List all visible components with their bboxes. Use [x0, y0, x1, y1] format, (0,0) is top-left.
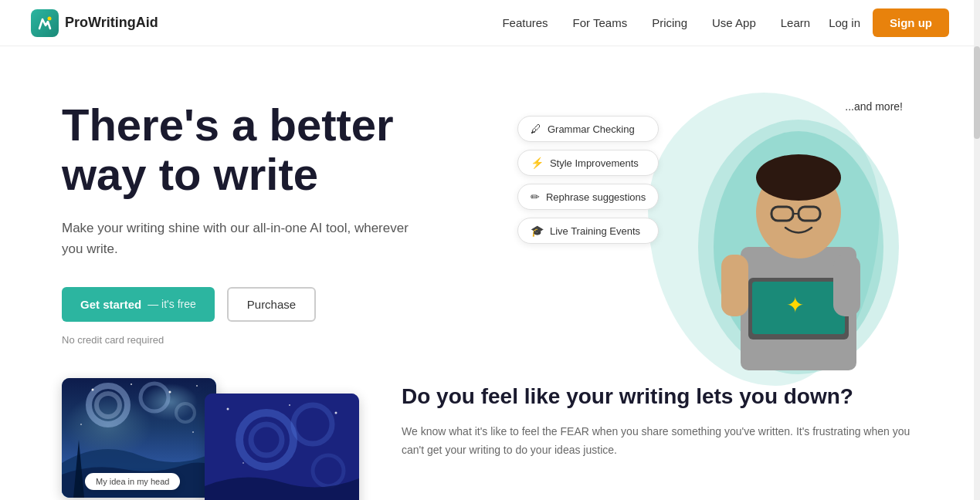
svg-point-0 — [48, 16, 52, 20]
hero-section: There's a better way to write Make your … — [0, 46, 980, 370]
pill-style: ⚡ Style Improvements — [517, 150, 659, 176]
svg-point-30 — [289, 404, 290, 406]
svg-point-17 — [176, 404, 195, 422]
svg-rect-12 — [721, 255, 748, 316]
logo[interactable]: ProWritingAid — [31, 9, 158, 37]
hero-buttons: Get started — it's free Purchase — [62, 287, 533, 322]
training-icon: 🎓 — [531, 225, 544, 237]
pill-training: 🎓 Live Training Events — [517, 218, 659, 244]
svg-point-19 — [131, 383, 132, 385]
logo-icon — [31, 9, 59, 37]
section-body: We know what it's like to feel the FEAR … — [402, 423, 918, 460]
svg-point-22 — [80, 424, 82, 425]
logo-text: ProWritingAid — [65, 15, 158, 31]
no-credit-text: No credit card required — [62, 334, 533, 346]
pill-grammar: 🖊 Grammar Checking — [517, 116, 659, 142]
scrollbar[interactable] — [974, 0, 980, 500]
feature-pills: 🖊 Grammar Checking ⚡ Style Improvements … — [517, 116, 659, 244]
rephrase-icon: ✏ — [531, 191, 540, 203]
svg-point-16 — [141, 383, 168, 411]
nav-pricing[interactable]: Pricing — [652, 16, 687, 29]
hero-subtitle: Make your writing shine with our all-in-… — [62, 218, 417, 259]
svg-point-20 — [169, 391, 171, 394]
style-icon: ⚡ — [531, 157, 544, 169]
svg-point-32 — [242, 462, 244, 464]
login-button[interactable]: Log in — [829, 16, 860, 29]
get-started-button[interactable]: Get started — it's free — [62, 287, 215, 322]
nav-learn[interactable]: Learn — [781, 16, 810, 29]
nav-features[interactable]: Features — [502, 16, 548, 29]
nav-for-teams[interactable]: For Teams — [573, 16, 628, 29]
svg-point-15 — [97, 394, 120, 417]
man-illustration: ✦ — [679, 93, 903, 378]
note-tag: My idea in my head — [85, 473, 180, 490]
hero-left: There's a better way to write Make your … — [62, 93, 533, 346]
navbar: ProWritingAid Features For Teams Pricing… — [0, 0, 980, 46]
grammar-icon: 🖊 — [531, 123, 541, 135]
svg-point-21 — [196, 385, 198, 387]
pill-rephrase: ✏ Rephrase suggestions — [517, 184, 659, 210]
svg-point-18 — [92, 389, 94, 391]
svg-point-23 — [192, 431, 194, 433]
purchase-button[interactable]: Purchase — [227, 287, 316, 322]
svg-point-29 — [227, 408, 229, 410]
image-card-front — [205, 394, 359, 500]
nav-use-app[interactable]: Use App — [712, 16, 756, 29]
image-stack: My idea in my head — [62, 370, 355, 500]
svg-rect-13 — [833, 255, 860, 316]
svg-point-5 — [756, 154, 841, 201]
hero-right: 🖊 Grammar Checking ⚡ Style Improvements … — [533, 93, 918, 386]
svg-point-31 — [335, 412, 337, 414]
hero-illustration: 🖊 Grammar Checking ⚡ Style Improvements … — [533, 93, 918, 386]
nav-actions: Log in Sign up — [829, 8, 949, 37]
hero-title: There's a better way to write — [62, 100, 533, 199]
svg-text:✦: ✦ — [785, 293, 803, 317]
scrollbar-thumb — [974, 46, 980, 139]
section-title: Do you feel like your writing lets you d… — [402, 383, 918, 410]
bottom-section: My idea in my head Do you feel like your… — [0, 370, 980, 500]
nav-links: Features For Teams Pricing Use App Learn — [502, 16, 810, 29]
signup-button[interactable]: Sign up — [873, 8, 949, 37]
